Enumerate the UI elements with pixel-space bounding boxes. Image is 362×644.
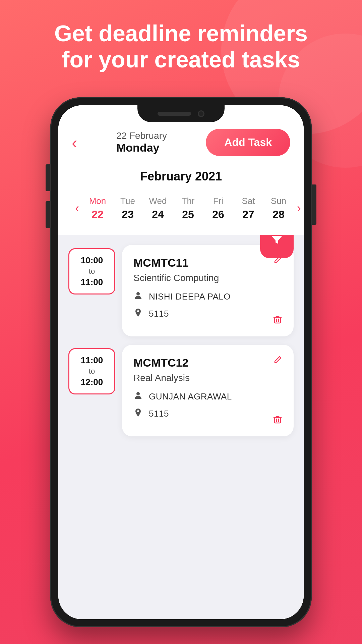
calendar-prev-button[interactable]: ‹ [72, 201, 82, 215]
task-code-2: MCMTC12 [133, 356, 282, 369]
filter-icon [269, 235, 284, 251]
camera [198, 110, 204, 117]
calendar-day-27[interactable]: Sat 27 [233, 192, 263, 225]
date-small: 22 February [116, 130, 167, 141]
back-button[interactable]: ‹ [72, 134, 77, 151]
header-text-block: Get deadline reminders for your created … [0, 20, 362, 72]
days-row: Mon 22 Tue 23 Wed 24 Thr 25 Fri 26 Sat 2… [82, 192, 294, 225]
side-button-volume-down [46, 201, 50, 228]
task-instructor-2: GUNJAN AGRAWAL [149, 391, 232, 402]
task-instructor-row-1: NISHI DEEPA PALO [133, 291, 282, 303]
side-button-power [312, 184, 316, 225]
time-end-2: 12:00 [81, 377, 103, 387]
location-icon-1 [133, 308, 143, 320]
svg-rect-5 [275, 418, 281, 423]
task-card-1: MCMTC11 Scientific Computing NISHI DEEPA… [122, 245, 294, 336]
time-start-2: 11:00 [81, 355, 103, 366]
time-sep-1: to [89, 267, 95, 276]
day-name-27: Sat [242, 196, 255, 206]
calendar-day-23[interactable]: Tue 23 [113, 192, 143, 225]
svg-point-1 [137, 310, 139, 312]
task-area: 10:00 to 11:00 MCMTC11 Scientific Comput… [58, 235, 304, 619]
task-row-2: 11:00 to 12:00 MCMTC12 Real Analysis [68, 345, 294, 436]
calendar-day-24[interactable]: Wed 24 [143, 192, 173, 225]
filter-button[interactable] [260, 235, 294, 258]
time-start-1: 10:00 [81, 255, 103, 266]
task-subject-2: Real Analysis [133, 373, 282, 383]
day-name-22: Mon [89, 196, 106, 206]
edit-button-2[interactable] [273, 355, 282, 367]
speaker [158, 112, 191, 116]
delete-button-2[interactable] [273, 415, 282, 426]
person-icon-1 [133, 291, 143, 303]
task-room-row-2: 5115 [133, 408, 282, 420]
side-button-volume-up [46, 164, 50, 191]
calendar-day-22[interactable]: Mon 22 [82, 192, 113, 225]
task-room-row-1: 5115 [133, 308, 282, 320]
calendar-nav: ‹ Mon 22 Tue 23 Wed 24 Thr 25 Fri 26 Sat… [68, 192, 294, 225]
notch [137, 105, 225, 122]
day-name-25: Thr [182, 196, 195, 206]
task-row-1: 10:00 to 11:00 MCMTC11 Scientific Comput… [68, 245, 294, 336]
app-screen: ‹ 22 February Monday Add Task February 2… [58, 105, 304, 619]
task-code-1: MCMTC11 [133, 256, 282, 269]
day-name-28: Sun [271, 196, 286, 206]
time-end-1: 11:00 [81, 277, 103, 287]
calendar-day-25[interactable]: Thr 25 [173, 192, 203, 225]
person-icon-2 [133, 391, 143, 402]
calendar-month-year: February 2021 [68, 169, 294, 183]
day-num-23: 23 [122, 208, 134, 221]
day-name-24: Wed [149, 196, 167, 206]
add-task-button[interactable]: Add Task [206, 129, 290, 156]
day-num-27: 27 [242, 208, 254, 221]
svg-point-3 [136, 392, 140, 395]
day-num-26: 26 [212, 208, 224, 221]
svg-point-4 [137, 410, 139, 412]
calendar-next-button[interactable]: › [294, 201, 304, 215]
task-room-2: 5115 [149, 409, 169, 419]
tasks-list: 10:00 to 11:00 MCMTC11 Scientific Comput… [58, 235, 304, 453]
phone-mockup: ‹ 22 February Monday Add Task February 2… [50, 97, 312, 627]
calendar-day-28[interactable]: Sun 28 [263, 192, 294, 225]
date-large: Monday [116, 141, 159, 154]
date-block: 22 February Monday [116, 130, 167, 154]
day-num-25: 25 [182, 208, 194, 221]
time-block-2: 11:00 to 12:00 [68, 348, 115, 394]
task-subject-1: Scientific Computing [133, 273, 282, 283]
calendar-day-26[interactable]: Fri 26 [203, 192, 233, 225]
header-line2: for your created tasks [62, 47, 300, 72]
day-name-23: Tue [120, 196, 135, 206]
task-instructor-1: NISHI DEEPA PALO [149, 291, 231, 302]
svg-point-0 [136, 292, 140, 296]
day-num-24: 24 [152, 208, 164, 221]
header-line1: Get deadline reminders [54, 20, 308, 46]
day-num-28: 28 [273, 208, 285, 221]
time-sep-2: to [89, 367, 95, 376]
delete-button-1[interactable] [273, 315, 282, 326]
time-block-1: 10:00 to 11:00 [68, 248, 115, 294]
day-name-26: Fri [213, 196, 223, 206]
calendar-section: February 2021 ‹ Mon 22 Tue 23 Wed 24 Thr… [58, 163, 304, 235]
location-icon-2 [133, 408, 143, 420]
task-room-1: 5115 [149, 309, 169, 319]
task-instructor-row-2: GUNJAN AGRAWAL [133, 391, 282, 402]
phone-screen: ‹ 22 February Monday Add Task February 2… [58, 105, 304, 619]
task-card-2: MCMTC12 Real Analysis GUNJAN AGRAWAL [122, 345, 294, 436]
day-num-22: 22 [92, 208, 104, 221]
svg-rect-2 [275, 318, 281, 323]
